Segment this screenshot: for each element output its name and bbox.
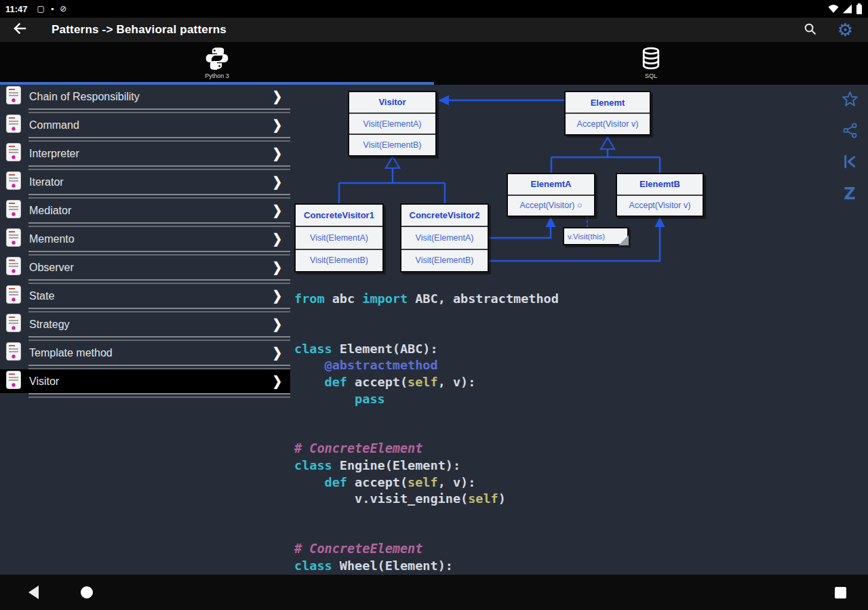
pattern-file-icon [6,314,21,335]
search-icon [802,21,818,39]
code-line: class Element(ABC): [294,341,559,358]
sidebar-item-state[interactable]: State❯ [0,284,290,308]
list-divider [28,137,290,142]
code-line: # ConcreteElement [294,441,559,458]
status-time: 11:47 [5,4,28,14]
content-area: Chain of Responsibility❯Command❯Interpre… [0,85,868,575]
list-divider [28,251,290,256]
code-line [294,324,559,341]
sidebar-item-visitor[interactable]: Visitor❯ [0,369,290,393]
uml-class-title: ElenemtA [508,174,594,196]
sidebar-item-label: State [29,290,54,302]
code-line: pass [294,391,559,408]
settings-gear-icon[interactable]: ⚙ [837,21,853,39]
pattern-file-icon [6,143,21,164]
sidebar-item-label: Strategy [29,319,70,331]
sidebar-item-label: Observer [29,262,74,274]
sidebar-item-label: Iterator [29,176,64,188]
status-square-icon: ▢ [37,4,45,14]
sidebar-item-label: Chain of Responsibility [29,91,140,103]
sidebar-item-observer[interactable]: Observer❯ [0,256,290,279]
list-divider [28,108,290,113]
pattern-file-icon [6,115,21,136]
nav-recents-button[interactable] [835,587,846,598]
chevron-right-icon: ❯ [273,88,282,104]
sidebar-item-strategy[interactable]: Strategy❯ [0,312,290,336]
chevron-right-icon: ❯ [273,202,282,218]
chevron-right-icon: ❯ [273,316,282,332]
sidebar-item-template-method[interactable]: Template method❯ [0,341,290,365]
uml-class-concrete-visitor2: ConcreteVisitor2 Visit(ElementA) Visit(E… [400,203,489,272]
code-line [294,424,559,441]
chevron-right-icon: ❯ [273,373,282,389]
sidebar-item-memento[interactable]: Memento❯ [0,227,290,251]
sidebar-item-chain-of-responsibility[interactable]: Chain of Responsibility❯ [0,85,290,108]
pattern-file-icon [6,371,21,392]
sidebar-item-label: Template method [29,347,113,359]
chevron-right-icon: ❯ [273,344,282,361]
sidebar-item-label: Visitor [29,375,59,388]
uml-class-title: Visitor [349,92,435,114]
code-line [294,508,559,525]
search-button[interactable] [801,20,820,39]
list-divider [28,365,290,369]
code-line: class Wheel(Element): [294,558,559,575]
list-divider [28,279,290,284]
uml-method: Visit(ElementA) [349,114,435,136]
tab-sql-label: SQL [645,73,657,79]
sidebar-item-label: Mediator [29,205,71,217]
star-icon [841,90,859,111]
code-line [294,524,559,541]
uml-method: Visit(ElementB) [296,250,382,271]
list-divider [28,308,290,312]
share-icon [842,122,859,142]
favorite-star-button[interactable] [840,90,860,110]
chevron-right-icon: ❯ [273,230,282,247]
pattern-file-icon [6,86,21,107]
nav-home-button[interactable] [81,586,93,598]
list-divider [28,336,290,341]
uml-method: Visit(ElementB) [349,135,435,155]
screen: 11:47 ▢ ▪ ⊘ Patterns -> Behavioral patte… [0,0,868,610]
sidebar-item-iterator[interactable]: Iterator❯ [0,170,290,194]
chevron-right-icon: ❯ [273,259,282,275]
sidebar-item-command[interactable]: Command❯ [0,113,290,137]
sleep-z-button[interactable]: Z [840,184,860,204]
code-line: class Engine(Element): [294,458,559,474]
database-icon [639,46,663,70]
battery-icon [856,3,863,14]
uml-method: Accept(Visitor v) [566,114,650,134]
app-bar: Patterns -> Behavioral patterns ⚙ [0,18,868,42]
code-line: from abc import ABC, abstractmethod [294,291,559,308]
uml-method: Accept(Visitor) ○ [508,196,594,216]
uml-class-title: ConcreteVisitor2 [401,205,488,227]
action-icon-column: Z [840,90,860,215]
code-line: v.visit_engine(self) [294,491,559,508]
nav-back-button[interactable] [28,586,39,599]
skip-to-start-button[interactable] [840,152,860,173]
code-line [294,308,559,325]
chevron-right-icon: ❯ [273,145,282,161]
code-line: def accept(self, v): [294,374,559,391]
status-bar: 11:47 ▢ ▪ ⊘ [0,0,868,18]
tab-sql[interactable]: SQL [434,42,868,85]
status-sdcard-icon: ▪ [51,4,54,14]
sidebar-item-mediator[interactable]: Mediator❯ [0,199,290,222]
code-line [294,407,559,424]
sidebar-item-interpreter[interactable]: Interpreter❯ [0,142,290,165]
list-divider [28,165,290,170]
tab-python3[interactable]: Python 3 [0,42,434,85]
uml-class-element-b: ElenemtB Accept(Visitor v) [616,173,704,217]
sidebar-item-label: Command [29,119,79,131]
pattern-file-icon [6,200,21,221]
android-nav-bar [0,575,868,610]
share-button[interactable] [840,121,860,142]
uml-method: Visit(ElementA) [296,227,382,249]
uml-class-element-a: ElenemtA Accept(Visitor) ○ [507,173,595,217]
python-logo-icon [205,46,229,70]
back-arrow-button[interactable] [8,20,31,40]
list-divider [28,393,290,398]
back-arrow-icon [12,20,28,39]
uml-class-title: Elenemt [566,92,650,114]
uml-class-visitor: Visitor Visit(ElementA) Visit(ElementB) [348,91,437,157]
